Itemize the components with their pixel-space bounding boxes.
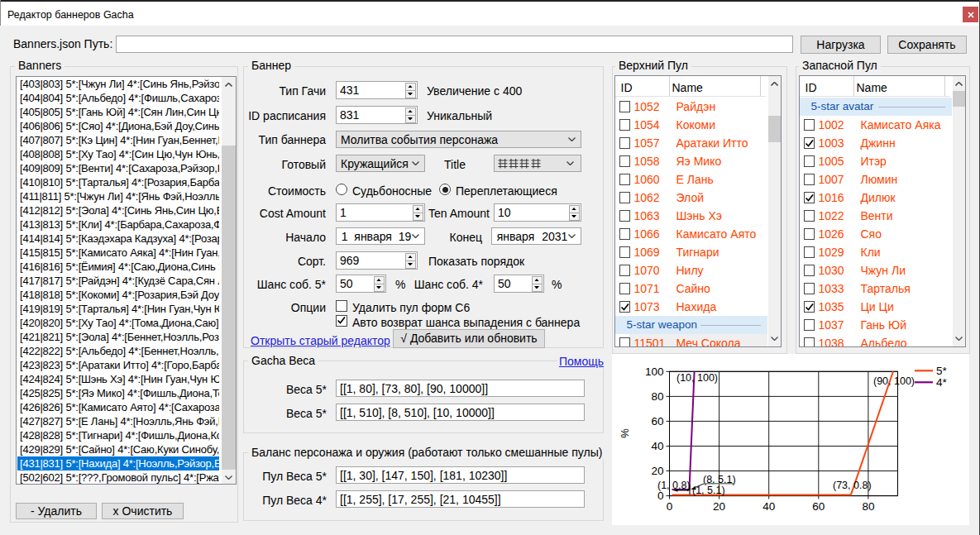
svg-text:0: 0 xyxy=(657,490,664,502)
svg-text:20: 20 xyxy=(713,500,725,513)
svg-text:60: 60 xyxy=(651,415,663,428)
svg-text:60: 60 xyxy=(812,500,825,513)
svg-text:(90, 100): (90, 100) xyxy=(873,375,915,387)
svg-text:40: 40 xyxy=(651,440,663,452)
svg-text:100: 100 xyxy=(645,365,664,378)
svg-text:80: 80 xyxy=(651,390,663,403)
svg-text:(1, 0.8): (1, 0.8) xyxy=(657,480,691,491)
svg-text:%: % xyxy=(619,428,631,438)
svg-text:0: 0 xyxy=(667,500,673,513)
svg-text:20: 20 xyxy=(651,465,663,477)
svg-text:4*: 4* xyxy=(936,376,948,389)
svg-text:(73, 0.8): (73, 0.8) xyxy=(833,480,872,491)
svg-text:(10, 100): (10, 100) xyxy=(676,372,718,384)
svg-text:80: 80 xyxy=(862,500,874,513)
svg-text:5*: 5* xyxy=(936,365,948,377)
svg-text:40: 40 xyxy=(762,500,775,513)
